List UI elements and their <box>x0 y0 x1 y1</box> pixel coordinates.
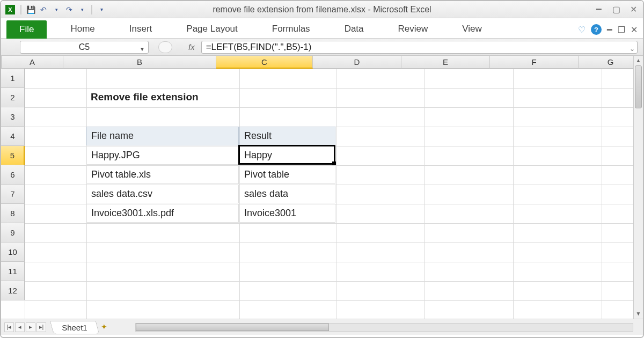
cell-C8[interactable]: Invoice3001 <box>239 204 335 223</box>
new-sheet-icon[interactable]: ✦ <box>101 322 114 332</box>
col-header-B[interactable]: B <box>63 56 216 69</box>
tab-page-layout[interactable]: Page Layout <box>175 20 248 38</box>
row-headers: 123456789101112 <box>1 69 25 300</box>
maximize-icon[interactable]: ▢ <box>611 4 621 14</box>
row-header-9[interactable]: 9 <box>1 223 25 243</box>
sheet-nav-next-icon[interactable]: ▸ <box>26 322 35 332</box>
ribbon-tabs: File Home Insert Page Layout Formulas Da… <box>1 18 643 39</box>
sheet-nav-first-icon[interactable]: |◂ <box>4 322 14 332</box>
cell-B7[interactable]: sales data.csv <box>86 185 239 203</box>
workbook-restore-icon[interactable]: ❐ <box>618 25 625 35</box>
tab-home[interactable]: Home <box>60 20 105 38</box>
quick-access-toolbar: X 💾 ↶ ▾ ↷ ▾ ▾ <box>5 4 107 16</box>
sheet-tab-active[interactable]: Sheet1 <box>50 321 99 334</box>
name-box[interactable]: C5 ▼ <box>20 41 149 54</box>
row-header-11[interactable]: 11 <box>1 262 25 281</box>
horizontal-scrollbar[interactable] <box>135 323 633 332</box>
cell-B2[interactable]: Remove file extension <box>86 88 301 107</box>
sheet-nav-last-icon[interactable]: ▸| <box>36 322 46 332</box>
row-header-4[interactable]: 4 <box>1 127 25 146</box>
redo-icon[interactable]: ↷ <box>63 4 75 16</box>
cell-B4[interactable]: File name <box>86 127 239 145</box>
excel-icon[interactable]: X <box>5 5 15 14</box>
tab-view[interactable]: View <box>451 20 493 38</box>
tab-review[interactable]: Review <box>387 20 439 38</box>
col-header-E[interactable]: E <box>401 56 490 69</box>
vertical-scroll-thumb[interactable] <box>635 65 642 108</box>
row-header-10[interactable]: 10 <box>1 243 25 262</box>
col-header-C[interactable]: C <box>216 56 313 69</box>
row-header-6[interactable]: 6 <box>1 165 25 185</box>
cell-C6[interactable]: Pivot table <box>239 165 335 184</box>
col-header-D[interactable]: D <box>313 56 401 69</box>
row-header-12[interactable]: 12 <box>1 281 25 300</box>
cell-C4[interactable]: Result <box>239 127 335 145</box>
name-box-dropdown-icon[interactable]: ▼ <box>140 43 145 55</box>
col-header-A[interactable]: A <box>2 56 63 69</box>
undo-icon[interactable]: ↶ <box>38 4 49 16</box>
fx-icon[interactable]: fx <box>188 42 195 52</box>
file-tab[interactable]: File <box>6 20 47 39</box>
scroll-down-icon[interactable]: ▼ <box>634 309 643 319</box>
scroll-up-icon[interactable]: ▲ <box>634 56 643 65</box>
workbook-close-icon[interactable]: ✕ <box>631 25 638 35</box>
row-header-3[interactable]: 3 <box>1 107 25 127</box>
formula-bar-row: C5 ▼ fx =LEFT(B5,FIND(".",B5)-1) ⌄ <box>1 39 643 56</box>
ribbon-minimize-icon[interactable]: ♡ <box>578 25 586 35</box>
tab-formulas[interactable]: Formulas <box>261 20 321 38</box>
cell-B6[interactable]: Pivot table.xls <box>86 165 239 184</box>
help-icon[interactable]: ? <box>591 24 602 35</box>
row-header-1[interactable]: 1 <box>1 69 25 88</box>
row-header-8[interactable]: 8 <box>1 204 25 223</box>
qat-customize-icon[interactable]: ▾ <box>96 4 107 16</box>
title-bar: X 💾 ↶ ▾ ↷ ▾ ▾ remove file extension from… <box>1 1 643 18</box>
cell-C5[interactable]: Happy <box>239 146 335 165</box>
sheet-tab-bar: |◂ ◂ ▸ ▸| Sheet1 ✦ <box>1 319 643 335</box>
window-controls: ━ ▢ ✕ <box>594 4 639 14</box>
undo-dropdown-icon[interactable]: ▾ <box>50 4 62 16</box>
formula-text: =LEFT(B5,FIND(".",B5)-1) <box>206 42 312 52</box>
formula-expand-icon[interactable]: ⌄ <box>630 43 635 55</box>
row-header-7[interactable]: 7 <box>1 185 25 204</box>
cell-B8[interactable]: Invoice3001.xls.pdf <box>86 204 239 223</box>
tab-insert[interactable]: Insert <box>119 20 163 38</box>
cells-area[interactable]: Remove file extensionFile nameResultHapp… <box>25 69 633 319</box>
worksheet-grid: ABCDEFG 123456789101112 Remove file exte… <box>1 56 643 335</box>
save-icon[interactable]: 💾 <box>25 4 36 16</box>
row-header-5[interactable]: 5 <box>1 146 25 165</box>
sheet-tab-label: Sheet1 <box>62 323 87 332</box>
column-headers: ABCDEFG <box>1 56 633 69</box>
cell-C7[interactable]: sales data <box>239 185 335 203</box>
tab-data[interactable]: Data <box>334 20 375 38</box>
fx-button-bg <box>158 41 172 53</box>
sheet-nav-prev-icon[interactable]: ◂ <box>15 322 25 332</box>
minimize-icon[interactable]: ━ <box>594 4 604 14</box>
formula-bar[interactable]: =LEFT(B5,FIND(".",B5)-1) ⌄ <box>201 41 638 54</box>
row-header-2[interactable]: 2 <box>1 88 25 107</box>
horizontal-scroll-thumb[interactable] <box>136 324 329 331</box>
vertical-scrollbar[interactable]: ▲ ▼ <box>633 56 643 319</box>
redo-dropdown-icon[interactable]: ▾ <box>76 4 88 16</box>
name-box-value: C5 <box>79 42 90 52</box>
workbook-minimize-icon[interactable]: ━ <box>607 25 612 35</box>
col-header-F[interactable]: F <box>490 56 579 69</box>
close-icon[interactable]: ✕ <box>628 4 639 14</box>
cell-B5[interactable]: Happy.JPG <box>86 146 239 165</box>
